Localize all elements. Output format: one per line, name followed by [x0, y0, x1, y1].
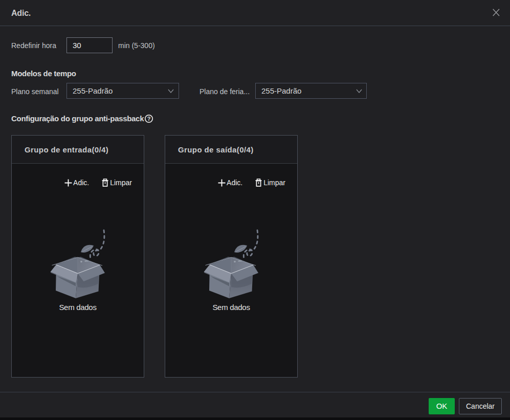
svg-text:?: ?: [147, 116, 151, 122]
